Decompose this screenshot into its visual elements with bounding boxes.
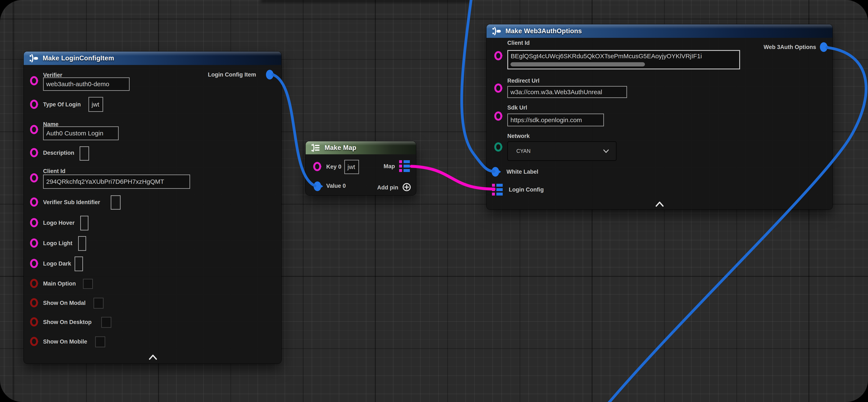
pin-show-on-desktop[interactable]: [30, 317, 38, 326]
pin-logo-hover[interactable]: [30, 218, 38, 227]
pin-label-main-option: Main Option: [43, 280, 76, 287]
pin-label-show-on-desktop: Show On Desktop: [43, 319, 92, 325]
logo-dark-input[interactable]: [74, 257, 83, 271]
key-0-input[interactable]: jwt: [344, 160, 359, 174]
output-label-web3auth-options: Web 3Auth Options: [764, 44, 816, 51]
output-label-map: Map: [383, 163, 395, 170]
network-dropdown[interactable]: CYAN: [507, 141, 617, 161]
pin-label-client-id: Client Id: [43, 168, 66, 174]
output-pin-map-icon[interactable]: [399, 160, 410, 172]
pin-sdk-url[interactable]: [494, 111, 502, 121]
pin-logo-dark[interactable]: [30, 259, 38, 268]
offscreen-node-shadow: [260, 0, 470, 2]
pin-verifier-sub-identifier[interactable]: [30, 197, 38, 207]
pin-client-id[interactable]: [30, 173, 38, 182]
collapse-chevron-icon[interactable]: [147, 354, 159, 361]
node-title: Make LoginConfigItem: [43, 54, 114, 62]
pin-show-on-modal[interactable]: [30, 298, 38, 307]
node-header[interactable]: Make Map: [306, 141, 416, 154]
pin-label-client-id: Client Id: [507, 39, 530, 46]
pin-logo-light[interactable]: [30, 238, 38, 248]
name-input[interactable]: Auth0 Custom Login: [43, 126, 119, 140]
pin-label-sdk-url: Sdk Url: [507, 104, 527, 111]
pin-key-0[interactable]: [313, 162, 321, 171]
pin-label-logo-dark: Logo Dark: [43, 260, 71, 267]
pin-label-description: Description: [43, 149, 74, 156]
output-label-login-config-item: Login Config Item: [208, 71, 256, 78]
node-make-map[interactable]: Make Map Key 0 jwt Map Value 0 Add pin: [306, 141, 416, 195]
main-option-checkbox[interactable]: [83, 279, 93, 289]
add-pin-icon[interactable]: [402, 182, 411, 192]
logo-light-input[interactable]: [78, 236, 86, 251]
pin-label-logo-light: Logo Light: [43, 240, 72, 247]
redirect-url-input[interactable]: w3a://com.w3a.Web3AuthUnreal: [507, 86, 627, 98]
pin-verifier[interactable]: [30, 76, 38, 85]
add-pin-label[interactable]: Add pin: [377, 184, 398, 191]
pin-show-on-mobile[interactable]: [30, 337, 38, 346]
show-on-desktop-checkbox[interactable]: [101, 317, 111, 328]
pin-client-id[interactable]: [494, 51, 502, 60]
pin-main-option[interactable]: [30, 279, 38, 288]
make-map-icon: [311, 143, 320, 153]
pin-redirect-url[interactable]: [494, 84, 502, 93]
pin-label-verifier-sub-identifier: Verifier Sub Identifier: [43, 199, 100, 206]
show-on-mobile-checkbox[interactable]: [95, 336, 105, 347]
make-struct-icon: [29, 53, 38, 63]
pin-label-login-config: Login Config: [509, 186, 544, 193]
pin-type-of-login[interactable]: [30, 100, 38, 109]
node-header[interactable]: Make LoginConfigItem: [24, 52, 281, 65]
pin-label-white-label: White Label: [506, 168, 538, 175]
pin-label-show-on-mobile: Show On Mobile: [43, 338, 87, 345]
sdk-url-input[interactable]: https://sdk.openlogin.com: [507, 114, 604, 126]
verifier-input[interactable]: web3auth-auth0-demo: [43, 77, 130, 91]
node-make-loginconfigitem[interactable]: Make LoginConfigItem Verifier web3auth-a…: [24, 52, 281, 364]
pin-label-show-on-modal: Show On Modal: [43, 299, 86, 306]
verifier-sub-identifier-input[interactable]: [111, 195, 121, 210]
description-input[interactable]: [80, 146, 89, 161]
pin-label-redirect-url: Redirect Url: [507, 77, 539, 84]
type-of-login-input[interactable]: jwt: [88, 97, 103, 112]
pin-name[interactable]: [30, 125, 38, 134]
make-struct-icon: [492, 26, 501, 36]
show-on-modal-checkbox[interactable]: [93, 298, 103, 309]
wire-map-to-login-config[interactable]: [411, 166, 494, 189]
network-dropdown-value: CYAN: [516, 148, 531, 154]
chevron-down-icon: [602, 149, 610, 153]
node-header[interactable]: Make Web3AuthOptions: [487, 24, 833, 38]
collapse-chevron-icon[interactable]: [653, 201, 666, 208]
client-id-scrollbar[interactable]: [510, 62, 645, 66]
client-id-input[interactable]: BEglQSgt4cUWcj6SKRdu5QkOXTsePmMcusG5EAoy…: [507, 50, 740, 69]
pin-label-type-of-login: Type Of Login: [43, 101, 81, 108]
pin-label-network: Network: [507, 133, 530, 139]
node-make-web3authoptions[interactable]: Make Web3AuthOptions Client Id BEglQSgt4…: [487, 24, 833, 209]
pin-label-value-0: Value 0: [326, 182, 346, 189]
pin-label-key-0: Key 0: [326, 163, 341, 170]
node-title: Make Web3AuthOptions: [505, 27, 582, 35]
client-id-input[interactable]: 294QRkchfq2YaXUbPri7D6PH7xzHgQMT: [43, 174, 190, 189]
node-title: Make Map: [324, 144, 356, 151]
logo-hover-input[interactable]: [80, 216, 88, 230]
pin-description[interactable]: [30, 148, 38, 157]
pin-network[interactable]: [494, 142, 502, 151]
blueprint-graph-canvas[interactable]: Make LoginConfigItem Verifier web3auth-a…: [0, 0, 868, 402]
pin-label-logo-hover: Logo Hover: [43, 220, 74, 226]
